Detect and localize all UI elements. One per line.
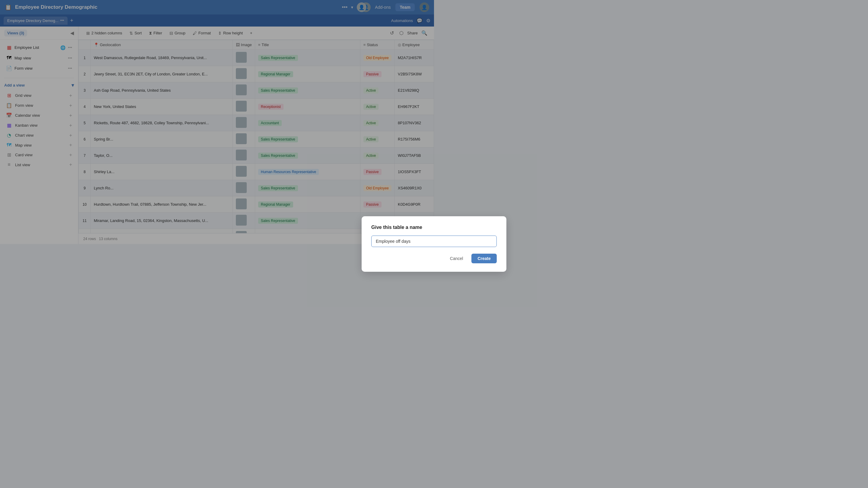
rename-table-modal: Give this table a name Cancel Create <box>362 216 434 244</box>
modal-overlay: Give this table a name Cancel Create <box>0 0 434 244</box>
table-name-input[interactable] <box>371 236 434 244</box>
modal-title: Give this table a name <box>371 225 434 230</box>
